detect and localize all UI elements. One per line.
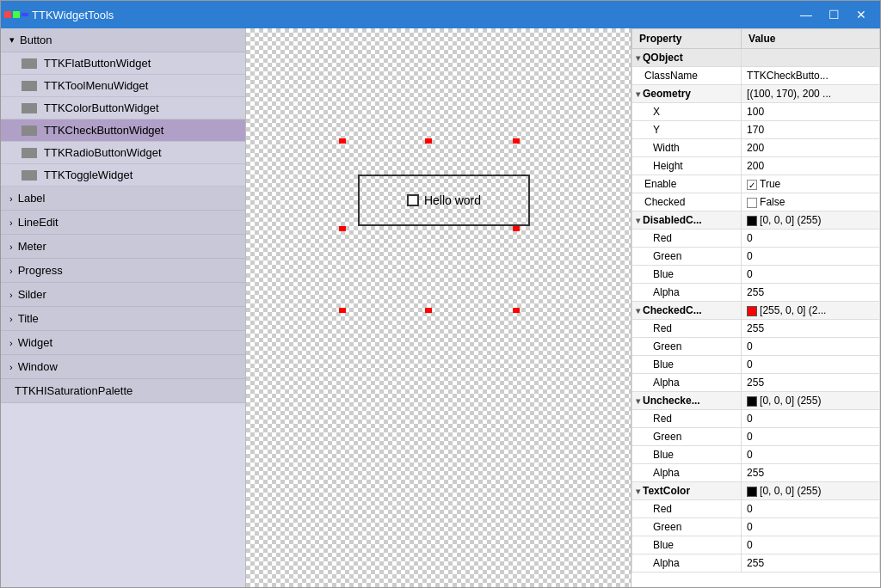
section-arrow-window: ›: [9, 362, 13, 372]
sidebar-item-flatbutton[interactable]: TTKFlatButtonWidget: [1, 52, 245, 75]
property-value: [742, 49, 880, 67]
sidebar-section-header-title[interactable]: › Title: [1, 307, 245, 331]
property-row[interactable]: Blue0: [632, 266, 880, 284]
sidebar-item-label: TTKToolMenuWidget: [44, 79, 148, 92]
sidebar-item-label: TTKColorButtonWidget: [44, 101, 159, 114]
property-row[interactable]: Enable✓True: [632, 175, 880, 193]
property-row[interactable]: ▾TextColor[0, 0, 0] (255): [632, 482, 880, 500]
property-label: Width: [632, 139, 742, 157]
property-row[interactable]: X100: [632, 103, 880, 121]
sidebar-section-header-window[interactable]: › Window: [1, 355, 245, 379]
property-label: Red: [632, 500, 742, 518]
sidebar-item-toolmenu[interactable]: TTKToolMenuWidget: [1, 75, 245, 97]
red-dot-2: [425, 138, 432, 144]
sidebar-item-radiobutton[interactable]: TTKRadioButtonWidget: [1, 142, 245, 164]
property-value: 0: [742, 248, 880, 266]
sidebar-section-header-label[interactable]: › Label: [1, 187, 245, 211]
property-label: Green: [632, 248, 742, 266]
property-row[interactable]: Red0: [632, 500, 880, 518]
property-row[interactable]: Green0: [632, 428, 880, 446]
sidebar-item-label: TTKCheckButtonWidget: [44, 124, 163, 137]
property-value: TTKCheckButto...: [742, 67, 880, 85]
sidebar-item-label: TTKRadioButtonWidget: [44, 146, 162, 159]
property-row[interactable]: ▾Geometry[(100, 170), 200 ...: [632, 85, 880, 103]
property-label: Blue: [632, 356, 742, 374]
minimize-button[interactable]: —: [794, 5, 818, 24]
property-row[interactable]: Green0: [632, 248, 880, 266]
property-label: X: [632, 103, 742, 121]
sidebar-item-checkbutton[interactable]: TTKCheckButtonWidget: [1, 119, 245, 142]
canvas-area[interactable]: Hello word: [246, 28, 631, 587]
section-label-title: Title: [18, 312, 39, 325]
property-row[interactable]: Alpha255: [632, 284, 880, 302]
main-content: ▾ Button TTKFlatButtonWidget TTKToolMenu…: [1, 28, 880, 587]
col-value: Value: [742, 29, 880, 49]
section-label-ttk: TTKHISaturationPalette: [15, 384, 132, 397]
maximize-button[interactable]: ☐: [822, 5, 846, 24]
sidebar-section-header-silder[interactable]: › Silder: [1, 283, 245, 307]
red-dot-6: [339, 308, 346, 313]
sidebar-section-progress: › Progress: [1, 259, 245, 283]
property-value: 0: [742, 410, 880, 428]
properties-table: Property Value ▾QObjectClassNameTTKCheck…: [631, 28, 880, 573]
property-row[interactable]: Alpha255: [632, 464, 880, 482]
property-value: 255: [742, 320, 880, 338]
property-row[interactable]: Green0: [632, 338, 880, 356]
widget-preview[interactable]: Hello word: [358, 175, 530, 226]
property-row[interactable]: Blue0: [632, 356, 880, 374]
property-row[interactable]: ClassNameTTKCheckButto...: [632, 67, 880, 85]
section-arrow-label: ›: [9, 193, 13, 204]
sidebar-section-header-progress[interactable]: › Progress: [1, 259, 245, 283]
window-title: TTKWidgetTools: [32, 9, 794, 21]
sidebar-item-toggle[interactable]: TTKToggleWidget: [1, 164, 245, 187]
section-label-meter: Meter: [18, 240, 46, 253]
property-row[interactable]: ▾DisabledC...[0, 0, 0] (255): [632, 211, 880, 230]
sidebar-item-colorbutton[interactable]: TTKColorButtonWidget: [1, 97, 245, 119]
property-row[interactable]: Red0: [632, 230, 880, 248]
property-row[interactable]: Y170: [632, 121, 880, 139]
sidebar-section-header-ttk[interactable]: TTKHISaturationPalette: [1, 379, 245, 403]
property-row[interactable]: Width200: [632, 139, 880, 157]
sidebar-section-header-lineedit[interactable]: › LineEdit: [1, 211, 245, 235]
property-value: [0, 0, 0] (255): [742, 392, 880, 410]
item-icon: [22, 126, 37, 136]
property-row[interactable]: Red0: [632, 410, 880, 428]
property-row[interactable]: Green0: [632, 518, 880, 536]
property-value: 0: [742, 230, 880, 248]
property-row[interactable]: CheckedFalse: [632, 193, 880, 211]
property-value: False: [742, 193, 880, 211]
property-row[interactable]: Red255: [632, 320, 880, 338]
sidebar: ▾ Button TTKFlatButtonWidget TTKToolMenu…: [1, 28, 246, 587]
property-label: Alpha: [632, 554, 742, 573]
red-dot-7: [425, 308, 432, 313]
property-label: ▾DisabledC...: [632, 211, 742, 230]
property-row[interactable]: Alpha255: [632, 554, 880, 573]
section-arrow-widget: ›: [9, 338, 13, 348]
property-row[interactable]: Height200: [632, 157, 880, 175]
sidebar-section-header-widget[interactable]: › Widget: [1, 331, 245, 355]
property-label: Height: [632, 157, 742, 175]
property-row[interactable]: Alpha255: [632, 374, 880, 392]
sidebar-item-label: TTKFlatButtonWidget: [44, 57, 151, 70]
property-value: [0, 0, 0] (255): [742, 211, 880, 230]
property-row[interactable]: ▾CheckedC...[255, 0, 0] (2...: [632, 302, 880, 320]
sidebar-section-title: › Title: [1, 307, 245, 331]
section-arrow-lineedit: ›: [9, 217, 13, 228]
close-button[interactable]: ✕: [849, 5, 873, 24]
sidebar-section-header-button[interactable]: ▾ Button: [1, 28, 245, 52]
property-row[interactable]: Blue0: [632, 536, 880, 554]
property-row[interactable]: ▾QObject: [632, 49, 880, 67]
sidebar-section-header-meter[interactable]: › Meter: [1, 235, 245, 259]
properties-panel: Property Value ▾QObjectClassNameTTKCheck…: [631, 28, 880, 587]
property-value: 0: [742, 518, 880, 536]
property-value: [0, 0, 0] (255): [742, 482, 880, 500]
property-row[interactable]: ▾Unchecke...[0, 0, 0] (255): [632, 392, 880, 410]
property-value: [255, 0, 0] (2...: [742, 302, 880, 320]
property-label: Checked: [632, 193, 742, 211]
property-label: Blue: [632, 266, 742, 284]
sidebar-section-silder: › Silder: [1, 283, 245, 307]
section-label-silder: Silder: [18, 288, 46, 301]
property-label: ▾QObject: [632, 49, 742, 67]
item-icon: [22, 81, 37, 91]
property-row[interactable]: Blue0: [632, 446, 880, 464]
